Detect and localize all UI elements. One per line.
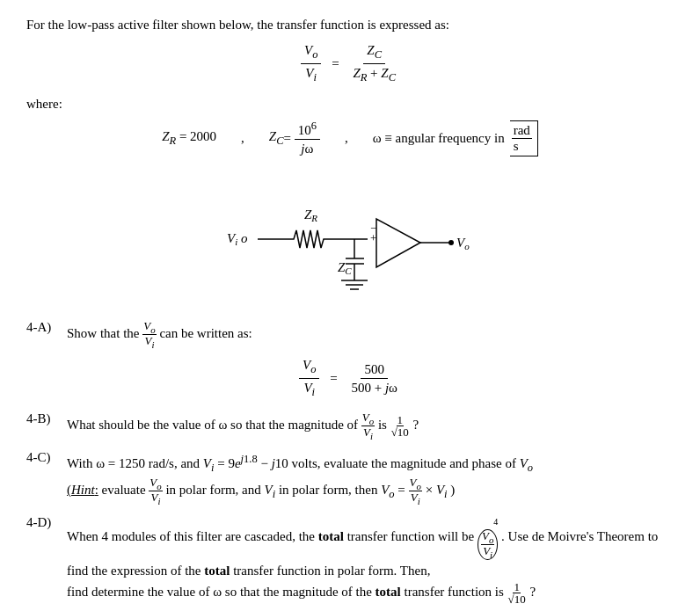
question-4b: 4-B) What should be the value of ω so th… [26,411,674,441]
q4d-label: 4-D) [26,515,67,530]
q4c-hint: (Hint: evaluate Vo Vi in polar form, and… [67,483,455,497]
zc-zr-frac: ZC ZR + ZC [349,43,399,84]
omega-def: ω ≡ angular frequency in rad s [373,120,538,156]
q4b-frac: Vo Vi [361,411,375,441]
question-4a: 4-A) Show that the Vo Vi can be written … [26,320,674,350]
q4b-content: What should be the value of ω so that th… [67,411,674,441]
q4a-label: 4-A) [26,320,67,335]
where-label: where: [26,97,674,112]
q4a-result-frac: Vo Vi [299,358,319,399]
q4d-frac: 1 √10 [507,581,527,605]
resistor-zr [288,230,332,248]
question-4d: 4-D) When 4 modules of this filter are c… [26,515,674,606]
circuit-diagram: Vi o ZR + − Vo ZC [26,171,674,302]
output-dot [448,240,454,245]
comma2: , [345,131,348,146]
zr-def: ZR = 2000 [162,129,216,148]
vi-label: Vi o [227,231,248,247]
vo-vi-frac: Vo Vi [301,43,321,84]
main-transfer-eq: Vo Vi = ZC ZR + ZC [26,43,674,84]
q4c-label: 4-C) [26,450,67,465]
definitions-row: ZR = 2000 , ZC = 106 jω , ω ≡ angular fr… [26,120,674,156]
zc-label: ZC [338,260,352,276]
q4d-content: When 4 modules of this filter are cascad… [67,515,674,606]
q4a-content: Show that the Vo Vi can be written as: [67,320,674,350]
circuit-svg: Vi o ZR + − Vo ZC [201,171,499,302]
vo-label: Vo [456,236,470,251]
q4a-result-eq: Vo Vi = 500 500 + jω [26,358,674,399]
minus-terminal: − [370,222,376,235]
q4a-500-frac: 500 500 + jω [347,362,401,396]
q4c-content: With ω = 1250 rad/s, and Vi = 9ej1.8 − j… [67,450,674,506]
zc-def: ZC = 106 jω [269,120,320,156]
intro-text: For the low-pass active filter shown bel… [26,18,674,33]
q4c-hint-frac1: Vo Vi [149,476,162,506]
q4a-frac: Vo Vi [142,320,156,350]
comma1: , [241,131,244,146]
zr-label: ZR [304,207,317,223]
q4c-hint-frac2: Vo Vi [409,476,422,506]
q4b-frac2: 1 √10 [390,414,410,438]
q4b-label: 4-B) [26,411,67,426]
question-4c: 4-C) With ω = 1250 rad/s, and Vi = 9ej1.… [26,450,674,506]
opamp-triangle [376,219,420,267]
